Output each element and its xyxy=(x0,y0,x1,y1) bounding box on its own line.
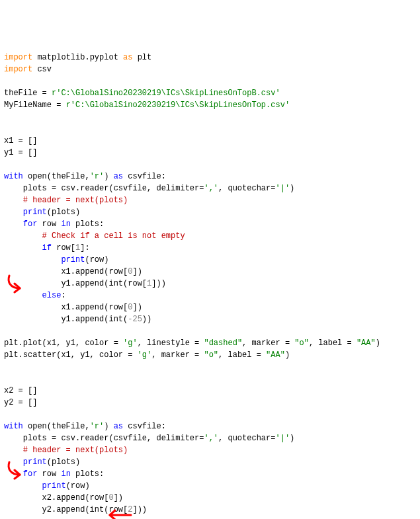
code-token: ]) xyxy=(132,303,142,312)
code-token: matplotlib.pyplot xyxy=(32,53,123,62)
code-line: theFile = r'C:\GlobalSino20230219\ICs\Sk… xyxy=(4,87,416,99)
code-token: row xyxy=(37,469,61,479)
code-token: with xyxy=(4,172,23,181)
code-token xyxy=(4,220,23,229)
code-line: if row[1]: xyxy=(4,242,416,254)
code-token: : xyxy=(61,291,65,300)
code-token xyxy=(4,196,23,205)
code-token: y2.append(int(row[ xyxy=(4,505,128,514)
code-token: , label = xyxy=(309,339,357,348)
code-token: for xyxy=(23,469,38,479)
code-line: # header = next(plots) xyxy=(4,444,416,456)
code-line: y1 = [] xyxy=(4,147,416,159)
code-token: print xyxy=(23,458,47,467)
code-line: import csv xyxy=(4,63,416,75)
code-token: ])) xyxy=(132,505,147,514)
code-line xyxy=(4,516,416,519)
code-line xyxy=(4,75,416,87)
code-token: plt xyxy=(132,53,151,62)
code-token: (plots) xyxy=(47,458,80,467)
code-token xyxy=(4,469,23,479)
code-token: plots = csv.reader(csvfile, delimiter= xyxy=(4,184,204,193)
code-token: 'r' xyxy=(90,172,105,181)
code-line xyxy=(4,123,416,135)
code-token: "o" xyxy=(294,339,309,348)
code-token: as xyxy=(114,172,123,181)
code-token: ])) xyxy=(151,279,166,288)
code-token xyxy=(4,255,61,264)
code-line: plots = csv.reader(csvfile, delimiter=',… xyxy=(4,182,416,194)
code-token: ) xyxy=(104,422,113,431)
code-line xyxy=(4,325,416,337)
code-token: import xyxy=(4,65,32,74)
code-token: ',' xyxy=(204,434,218,443)
code-token: y1.append(int(row[ xyxy=(4,279,147,288)
code-line: x1.append(row[0]) xyxy=(4,266,416,278)
code-token: , linestyle = xyxy=(138,339,204,348)
code-token xyxy=(4,446,23,455)
code-token: , quotechar= xyxy=(218,184,275,193)
code-token xyxy=(4,243,42,253)
code-line: x1.append(row[0]) xyxy=(4,301,416,313)
code-token: in xyxy=(61,469,70,479)
code-line xyxy=(4,159,416,171)
code-token: , marker = xyxy=(242,339,294,348)
code-token: row[ xyxy=(52,243,75,253)
code-token: ',' xyxy=(204,184,218,193)
code-token: plots = csv.reader(csvfile, delimiter= xyxy=(4,434,204,443)
code-token: plt.scatter(x1, y1, color = xyxy=(4,350,138,360)
code-line: with open(theFile,'r') as csvfile: xyxy=(4,420,416,432)
code-token xyxy=(4,458,23,467)
code-token: , marker = xyxy=(151,350,204,360)
code-token: plt.plot(x1, y1, color = xyxy=(4,339,123,348)
code-token: # header = next(plots) xyxy=(23,196,128,205)
code-line: x1 = [] xyxy=(4,135,416,147)
code-token: '|' xyxy=(275,184,290,193)
code-token: as xyxy=(123,53,132,62)
code-line: y1.append(int(row[1])) xyxy=(4,278,416,290)
code-token: in xyxy=(61,220,70,229)
code-token xyxy=(4,231,42,241)
code-token: 'g' xyxy=(123,339,138,348)
code-token: 0 xyxy=(108,493,113,502)
code-token: ) xyxy=(290,434,294,443)
code-token xyxy=(4,208,23,217)
code-token: x1.append(row[ xyxy=(4,267,128,276)
code-token: "o" xyxy=(204,350,218,360)
code-token: ) xyxy=(285,350,290,360)
code-token xyxy=(4,291,42,300)
code-line: with open(theFile,'r') as csvfile: xyxy=(4,171,416,182)
code-token: if xyxy=(42,243,52,253)
code-token: else xyxy=(42,291,62,300)
code-token: y1.append(int( xyxy=(4,315,128,324)
code-token: open(theFile, xyxy=(23,172,90,181)
code-line: y2 = [] xyxy=(4,397,416,409)
code-line: plt.plot(x1, y1, color = 'g', linestyle … xyxy=(4,337,416,349)
code-token: r'C:\GlobalSino20230219\ICs\SkipLinesOnT… xyxy=(66,100,290,110)
code-token xyxy=(4,481,42,491)
code-token: MyFileName = xyxy=(4,100,66,110)
code-token: # header = next(plots) xyxy=(23,446,128,455)
code-token: 'g' xyxy=(138,350,152,360)
code-token: csvfile: xyxy=(123,172,166,181)
code-line: y1.append(int(-25)) xyxy=(4,313,416,325)
code-token: '|' xyxy=(275,434,290,443)
code-token: as xyxy=(114,422,123,431)
code-token: plots: xyxy=(71,220,104,229)
code-token: csvfile: xyxy=(123,422,166,431)
code-line: # header = next(plots) xyxy=(4,194,416,206)
code-token: 'r' xyxy=(90,422,105,431)
code-line: print(row) xyxy=(4,480,416,492)
code-line xyxy=(4,111,416,123)
code-token: y1 = [] xyxy=(4,148,37,157)
code-token: print xyxy=(23,208,47,217)
code-line xyxy=(4,409,416,420)
code-token: open(theFile, xyxy=(23,422,90,431)
code-token: ) xyxy=(290,184,294,193)
code-token: , label = xyxy=(218,350,266,360)
code-line: # Check if a cell is not empty xyxy=(4,230,416,242)
code-token: (plots) xyxy=(47,208,80,217)
code-token: ]: xyxy=(80,243,89,253)
code-token: print xyxy=(61,255,85,264)
code-token: x1 = [] xyxy=(4,136,37,145)
